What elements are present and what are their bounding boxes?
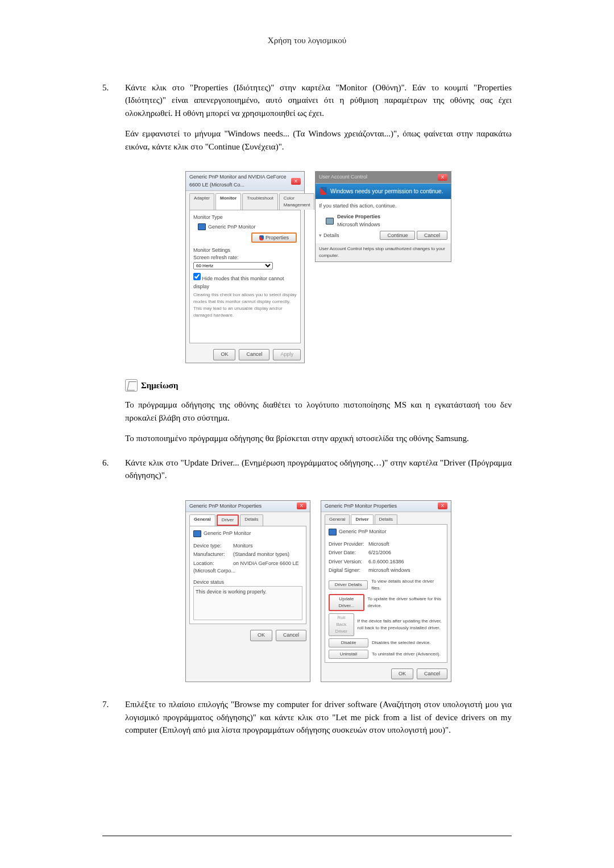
tab-adapter[interactable]: Adapter [189, 193, 214, 210]
tab-general[interactable]: General [325, 514, 350, 524]
uninstall-desc: To uninstall the driver (Advanced). [372, 651, 441, 658]
rollback-driver-button[interactable]: Roll Back Driver [329, 613, 354, 636]
figures-row-2: Generic PnP Monitor Properties X General… [125, 500, 512, 683]
cancel-button[interactable]: Cancel [276, 630, 306, 641]
manufacturer-label: Manufacturer: [193, 551, 233, 559]
update-driver-desc: To update the driver software for this d… [368, 596, 443, 609]
tab-details[interactable]: Details [375, 514, 397, 524]
cancel-button[interactable]: Cancel [417, 668, 447, 680]
note-heading-text: Σημείωση [141, 379, 179, 392]
program-icon [326, 218, 334, 225]
tab-driver[interactable]: Driver [351, 514, 373, 524]
dialog-tabs: Adapter Monitor Troubleshoot Color Manag… [186, 191, 304, 210]
chevron-down-icon: ▾ [319, 232, 322, 240]
uac-banner: Windows needs your permission to continu… [316, 184, 451, 199]
step-6-text: Κάντε κλικ στο "Update Driver... (Ενημέρ… [125, 456, 512, 482]
device-name: Generic PnP Monitor [204, 530, 251, 538]
disable-desc: Disables the selected device. [372, 639, 431, 646]
driver-provider-label: Driver Provider: [329, 541, 368, 549]
details-button[interactable]: Details [323, 232, 339, 240]
tab-troubleshoot[interactable]: Troubleshoot [242, 193, 277, 210]
dialog-title-bar: Generic PnP Monitor Properties X [186, 501, 310, 513]
driver-version-value: 6.0.6000.16386 [368, 559, 404, 564]
driver-details-button[interactable]: Driver Details [329, 580, 368, 589]
close-icon[interactable]: X [297, 502, 306, 509]
footer-rule [102, 836, 512, 836]
monitor-type-value: Generic PnP Monitor [208, 223, 255, 231]
step-7-text: Επιλέξτε το πλαίσιο επιλογής "Browse my … [125, 698, 512, 737]
apply-button[interactable]: Apply [273, 349, 301, 360]
driver-tab-dialog: Generic PnP Monitor Properties X General… [321, 500, 451, 683]
uac-line1: If you started this action, continue. [319, 202, 447, 210]
step-5: 5. Κάντε κλικ στο "Properties (Ιδιότητες… [102, 81, 512, 161]
figures-row-1: Generic PnP Monitor and NVIDIA GeForce 6… [125, 171, 512, 363]
tab-general[interactable]: General [189, 514, 215, 526]
ok-button[interactable]: OK [250, 630, 272, 641]
close-icon[interactable]: X [291, 178, 301, 185]
uac-program-publisher: Microsoft Windows [337, 221, 380, 229]
continue-button[interactable]: Continue [380, 231, 415, 240]
driver-general-dialog: Generic PnP Monitor Properties X General… [185, 500, 310, 683]
update-driver-button[interactable]: Update Driver... [329, 594, 364, 611]
refresh-rate-label: Screen refresh rate: [193, 254, 297, 262]
close-icon[interactable]: X [438, 174, 447, 181]
step-5-text-2: Εάν εμφανιστεί το μήνυμα "Windows needs.… [125, 127, 512, 153]
dialog-title-bar: Generic PnP Monitor and NVIDIA GeForce 6… [186, 172, 304, 191]
uac-footer: User Account Control helps stop unauthor… [316, 243, 451, 261]
dialog-title-text: Generic PnP Monitor Properties [189, 502, 262, 510]
monitor-icon [329, 529, 337, 535]
rollback-driver-desc: If the device fails after updating the d… [358, 618, 443, 632]
page-header: Χρήση του λογισμικού [102, 34, 512, 47]
device-status-label: Device status [193, 579, 302, 587]
ok-button[interactable]: OK [213, 349, 235, 360]
tab-color-management[interactable]: Color Management [279, 193, 315, 210]
uac-title-bar: User Account Control X [316, 172, 451, 184]
step-7-number: 7. [102, 698, 125, 745]
tab-driver[interactable]: Driver [217, 514, 239, 526]
monitor-icon [193, 530, 201, 537]
refresh-rate-select[interactable]: 60 Hertz [193, 262, 273, 269]
digital-signer-label: Digital Signer: [329, 567, 368, 575]
driver-provider-value: Microsoft [368, 541, 389, 547]
device-type-label: Device type: [193, 542, 233, 550]
digital-signer-value: microsoft windows [368, 567, 410, 573]
step-5-text-1: Κάντε κλικ στο "Properties (Ιδιότητες)" … [125, 81, 512, 120]
driver-date-label: Driver Date: [329, 549, 368, 557]
properties-button[interactable]: Properties [251, 232, 297, 243]
uac-program-name: Device Properties [337, 213, 380, 221]
manufacturer-value: (Standard monitor types) [233, 551, 289, 557]
device-name: Generic PnP Monitor [339, 528, 386, 536]
dialog-title-text: Generic PnP Monitor and NVIDIA GeForce 6… [189, 173, 291, 189]
note-icon [125, 379, 138, 392]
step-6-number: 6. [102, 456, 125, 490]
driver-version-label: Driver Version: [329, 558, 368, 566]
device-type-value: Monitors [233, 543, 253, 549]
note-block: Σημείωση Το πρόγραμμα οδήγησης της οθόνη… [125, 379, 512, 445]
device-status-box: This device is working properly. [193, 586, 302, 620]
close-icon[interactable]: X [438, 502, 447, 509]
monitor-settings-label: Monitor Settings [193, 247, 297, 255]
step-7: 7. Επιλέξτε το πλαίσιο επιλογής "Browse … [102, 698, 512, 745]
dialog-title-bar: Generic PnP Monitor Properties X [321, 501, 451, 513]
note-text-2: Το πιστοποιημένο πρόγραμμα οδήγησης θα β… [125, 432, 512, 445]
ok-button[interactable]: OK [391, 668, 413, 680]
cancel-button[interactable]: Cancel [239, 349, 269, 360]
hide-modes-checkbox[interactable] [193, 273, 201, 280]
location-label: Location: [193, 560, 233, 568]
shield-icon [320, 187, 327, 195]
uninstall-button[interactable]: Uninstall [329, 650, 368, 659]
step-6: 6. Κάντε κλικ στο "Update Driver... (Ενη… [102, 456, 512, 490]
hide-modes-description: Clearing this check box allows you to se… [193, 292, 297, 319]
uac-dialog: User Account Control X Windows needs you… [315, 171, 451, 262]
tab-monitor[interactable]: Monitor [215, 193, 241, 210]
dialog-title-text: Generic PnP Monitor Properties [325, 502, 397, 510]
monitor-type-label: Monitor Type [193, 214, 297, 222]
tab-details[interactable]: Details [240, 514, 263, 526]
cancel-button[interactable]: Cancel [417, 231, 447, 240]
hide-modes-label: Hide modes that this monitor cannot disp… [193, 276, 284, 289]
monitor-icon [198, 223, 206, 230]
uac-title-text: User Account Control [319, 173, 367, 181]
disable-button[interactable]: Disable [329, 638, 368, 647]
driver-date-value: 6/21/2006 [368, 550, 391, 555]
uac-banner-text: Windows needs your permission to continu… [330, 187, 443, 196]
